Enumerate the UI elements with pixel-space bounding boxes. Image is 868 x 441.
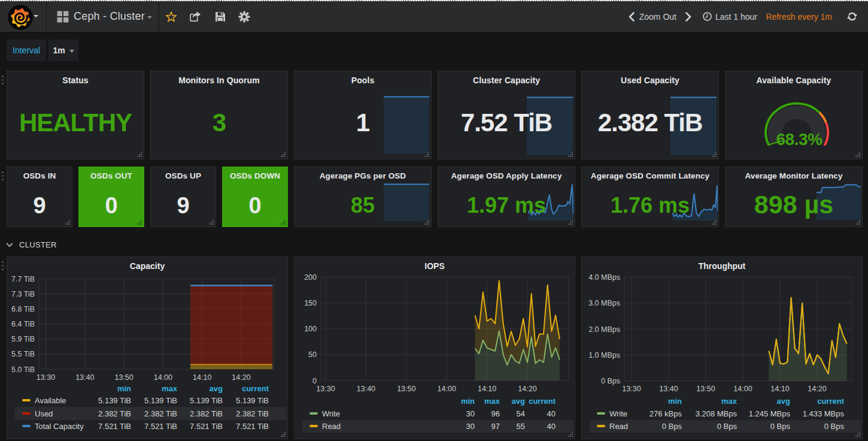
panel-resize-handle[interactable] bbox=[568, 220, 573, 225]
legend-row: Used2.382 TiB2.382 TiB2.382 TiB2.382 TiB bbox=[15, 407, 286, 420]
dashboard-picker[interactable]: Ceph - Cluster bbox=[47, 1, 159, 32]
panel-resize-handle[interactable] bbox=[281, 152, 286, 157]
legend-value: 2.382 TiB bbox=[190, 409, 223, 418]
legend-value: 55 bbox=[517, 422, 525, 431]
save-dashboard-button[interactable] bbox=[208, 1, 232, 32]
panel-resize-handle[interactable] bbox=[712, 220, 717, 225]
panel-title[interactable]: OSDs OUT bbox=[79, 171, 144, 180]
legend-series-name[interactable]: Write bbox=[322, 409, 340, 418]
svg-text:14:20: 14:20 bbox=[808, 385, 826, 393]
star-icon bbox=[166, 11, 177, 22]
svg-text:150: 150 bbox=[304, 299, 317, 307]
panel-resize-handle[interactable] bbox=[281, 220, 286, 225]
template-variable-label: Interval bbox=[7, 40, 46, 61]
legend-row: Write276 kBps3.208 MBps1.245 MBps1.433 M… bbox=[590, 407, 861, 420]
panel-title[interactable]: Pools bbox=[295, 75, 431, 85]
panel-osds-down[interactable]: OSDs DOWN0 bbox=[222, 167, 288, 227]
zoom-out-button[interactable]: Zoom Out bbox=[639, 1, 676, 32]
svg-text:13:40: 13:40 bbox=[75, 373, 94, 382]
svg-text:14:20: 14:20 bbox=[518, 385, 536, 393]
panel-resize-handle[interactable] bbox=[65, 220, 70, 225]
panel-status[interactable]: StatusHEALTHY bbox=[7, 71, 144, 159]
zoom-out-label: Zoom Out bbox=[639, 12, 676, 22]
panel-title[interactable]: Agerage OSD Commit Latency bbox=[582, 171, 718, 180]
panel-title[interactable]: Status bbox=[7, 75, 144, 85]
panel-resize-handle[interactable] bbox=[855, 432, 860, 437]
time-range-picker[interactable]: Last 1 hour bbox=[703, 1, 757, 32]
panel-used-capacity[interactable]: Used Capacity2.382 TiB bbox=[581, 71, 719, 159]
legend-header-current: current bbox=[242, 383, 269, 392]
panel-cluster-capacity[interactable]: Cluster Capacity7.52 TiB bbox=[438, 71, 575, 159]
legend-series-marker[interactable] bbox=[22, 399, 31, 401]
grafana-menu-button[interactable] bbox=[0, 1, 46, 32]
legend-value: 0 Bps bbox=[717, 422, 737, 431]
panel-title[interactable]: OSDs UP bbox=[151, 171, 216, 180]
legend-series-name[interactable]: Read bbox=[322, 422, 341, 431]
legend-series-marker[interactable] bbox=[597, 412, 605, 415]
panel-title[interactable]: Used Capacity bbox=[582, 75, 718, 85]
legend-series-name[interactable]: Write bbox=[609, 409, 627, 418]
legend-header-max: max bbox=[721, 397, 737, 406]
svg-text:7.7 TiB: 7.7 TiB bbox=[11, 275, 35, 283]
panel-available-capacity[interactable]: Available Capacity68.3% bbox=[725, 71, 863, 159]
svg-text:2.0 MBps: 2.0 MBps bbox=[588, 325, 620, 334]
row-drag-handle[interactable] bbox=[2, 171, 4, 182]
panel-osd-commit-latency[interactable]: Agerage OSD Commit Latency1.76 ms bbox=[581, 167, 719, 227]
legend-series-name[interactable]: Available bbox=[35, 396, 66, 405]
gauge-value: 68.3% bbox=[731, 131, 867, 148]
panel-title[interactable]: Average Monitor Latency bbox=[726, 171, 862, 180]
panel-resize-handle[interactable] bbox=[209, 220, 214, 225]
legend-value: 40 bbox=[547, 422, 556, 431]
panel-resize-handle[interactable] bbox=[568, 432, 573, 437]
panel-resize-handle[interactable] bbox=[855, 220, 860, 225]
grafana-logo-icon bbox=[7, 4, 34, 31]
svg-text:200: 200 bbox=[304, 273, 317, 282]
panel-osds-in[interactable]: OSDs IN9 bbox=[7, 167, 72, 227]
row-drag-handle[interactable] bbox=[2, 75, 4, 86]
legend-series-marker[interactable] bbox=[597, 425, 605, 427]
dashboard-settings-button[interactable] bbox=[232, 1, 256, 32]
svg-text:14:00: 14:00 bbox=[733, 385, 752, 393]
panel-title[interactable]: OSDs DOWN bbox=[223, 171, 287, 180]
legend-series-marker[interactable] bbox=[309, 412, 318, 415]
panel-resize-handle[interactable] bbox=[137, 220, 142, 225]
stat-value: 1 bbox=[295, 108, 431, 137]
refresh-interval-picker[interactable]: Refresh every 1m bbox=[766, 1, 832, 32]
time-back-button[interactable] bbox=[629, 1, 635, 32]
panel-title[interactable]: Agerage PGs per OSD bbox=[295, 171, 431, 180]
panel-monitor-latency[interactable]: Average Monitor Latency898 µs bbox=[725, 167, 863, 227]
star-dashboard-button[interactable] bbox=[159, 1, 183, 32]
legend-row: Read0 Bps0 Bps0 Bps0 Bps bbox=[590, 420, 861, 433]
panel-title[interactable]: Monitors In Quorum bbox=[151, 75, 287, 85]
panel-pgs-per-osd[interactable]: Agerage PGs per OSD85 bbox=[294, 167, 432, 227]
refresh-dashboard-button[interactable] bbox=[847, 1, 857, 32]
panel-resize-handle[interactable] bbox=[137, 152, 142, 157]
stat-value: 0 bbox=[223, 192, 287, 219]
interval-variable-dropdown[interactable]: 1m bbox=[48, 40, 78, 61]
time-forward-button[interactable] bbox=[685, 1, 691, 32]
panel-title[interactable]: Cluster Capacity bbox=[438, 75, 575, 85]
svg-text:5.5 TiB: 5.5 TiB bbox=[11, 350, 35, 358]
legend-series-name[interactable]: Used bbox=[35, 409, 53, 418]
panel-osd-apply-latency[interactable]: Agerage OSD Apply Latency1.97 ms bbox=[438, 167, 575, 227]
row-toggle-cluster[interactable]: CLUSTER bbox=[6, 240, 57, 249]
panel-title[interactable]: OSDs IN bbox=[7, 171, 72, 180]
graph-panel-iops[interactable]: IOPS05010015020013:3013:4013:5014:0014:1… bbox=[294, 256, 575, 439]
panel-resize-handle[interactable] bbox=[281, 432, 286, 437]
panel-pools[interactable]: Pools1 bbox=[294, 71, 432, 159]
legend-series-marker[interactable] bbox=[22, 425, 31, 427]
legend-value: 7.521 TiB bbox=[144, 422, 177, 431]
panel-monitors-in-quorum[interactable]: Monitors In Quorum3 bbox=[150, 71, 288, 159]
legend-series-name[interactable]: Total Capacity bbox=[35, 422, 84, 431]
panel-osds-out[interactable]: OSDs OUT0 bbox=[78, 167, 144, 227]
graph-legend: minmaxavgcurrentWrite276 kBps3.208 MBps1… bbox=[590, 395, 861, 433]
panel-osds-up[interactable]: OSDs UP9 bbox=[150, 167, 216, 227]
row-drag-handle[interactable] bbox=[2, 261, 4, 272]
graph-panel-capacity[interactable]: Capacity5.0 TiB5.5 TiB5.9 TiB6.4 TiB6.8 … bbox=[7, 256, 288, 439]
legend-series-marker[interactable] bbox=[22, 412, 31, 415]
legend-series-name[interactable]: Read bbox=[609, 422, 628, 431]
share-dashboard-button[interactable] bbox=[183, 1, 207, 32]
panel-title[interactable]: Agerage OSD Apply Latency bbox=[438, 171, 575, 180]
legend-series-marker[interactable] bbox=[309, 425, 318, 427]
graph-panel-throughput[interactable]: Throughput0 Bps1.0 MBps2.0 MBps3.0 MBps4… bbox=[581, 256, 863, 439]
